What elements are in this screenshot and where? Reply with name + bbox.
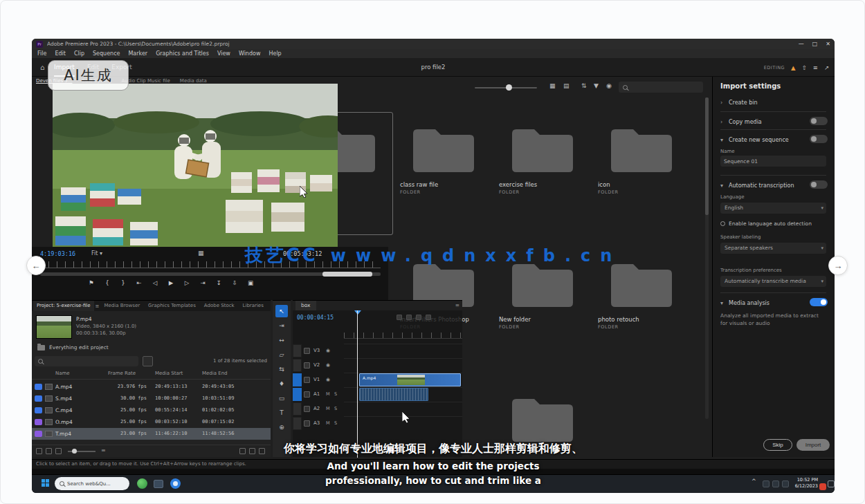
menu-graphics[interactable]: Graphics and Titles bbox=[156, 50, 209, 57]
panel-menu-icon[interactable]: ≡ bbox=[455, 301, 459, 310]
tab-libraries[interactable]: Libraries bbox=[239, 301, 267, 311]
source-monitor-preview[interactable] bbox=[53, 84, 338, 247]
sequence-tab[interactable]: box bbox=[295, 301, 316, 310]
close-button[interactable]: ✕ bbox=[826, 41, 830, 47]
media-analysis-toggle[interactable] bbox=[810, 298, 828, 306]
tab-project[interactable]: Project: 5-exercise-file bbox=[33, 301, 94, 311]
insert-icon[interactable]: ↧ bbox=[215, 279, 223, 286]
track-visibility-icon[interactable]: ◉ bbox=[326, 344, 330, 358]
maximize-button[interactable]: □ bbox=[812, 41, 818, 47]
source-patch-active[interactable] bbox=[293, 373, 302, 386]
minimize-button[interactable]: — bbox=[799, 41, 804, 47]
source-patch[interactable] bbox=[293, 417, 302, 430]
pen-tool[interactable]: ♦ bbox=[275, 377, 288, 390]
mute-button[interactable]: M bbox=[326, 387, 330, 402]
tab-graphics-templates[interactable]: Graphics Templates bbox=[145, 301, 199, 311]
audio-clip[interactable] bbox=[359, 388, 428, 401]
zoom-slider-knob[interactable] bbox=[506, 84, 512, 91]
mark-in-icon[interactable]: { bbox=[103, 279, 111, 286]
type-tool[interactable]: T bbox=[275, 407, 288, 419]
solo-button[interactable]: S bbox=[334, 402, 337, 416]
video-clip[interactable]: A.mp4 bbox=[359, 373, 461, 386]
folder-tile[interactable]: New folder FOLDER bbox=[496, 251, 588, 368]
column-media-end[interactable]: Media End bbox=[202, 371, 228, 376]
panel-menu-icon[interactable]: ≡ bbox=[95, 304, 100, 309]
media-row-selected[interactable]: T.mp4 23.00 fps 11:46:22:10 11:48:52:56 bbox=[32, 428, 271, 440]
razor-tool[interactable]: ▱ bbox=[275, 348, 288, 361]
fullscreen-icon[interactable]: ↗ bbox=[824, 64, 829, 71]
solo-button[interactable]: S bbox=[334, 387, 337, 402]
tab-media-browser[interactable]: Media Browser bbox=[100, 301, 143, 311]
mute-button[interactable]: M bbox=[326, 416, 330, 431]
label-color-chip[interactable] bbox=[35, 407, 42, 413]
next-button[interactable]: → bbox=[828, 256, 848, 275]
sort-icon[interactable]: ⇅ bbox=[581, 82, 587, 89]
menu-edit[interactable]: Edit bbox=[55, 50, 66, 57]
sequence-name-input[interactable] bbox=[720, 156, 826, 167]
list-view-icon[interactable]: ▤ bbox=[563, 82, 570, 89]
workspaces-menu-icon[interactable]: ≡ bbox=[813, 64, 818, 71]
grid-view-icon[interactable]: ▦ bbox=[549, 82, 556, 89]
column-frame-rate[interactable]: Frame Rate bbox=[108, 371, 136, 376]
timeline-ruler[interactable] bbox=[344, 333, 462, 339]
mark-out-icon[interactable]: } bbox=[119, 279, 127, 286]
lock-icon[interactable] bbox=[304, 391, 310, 398]
tab-adobe-stock[interactable]: Adobe Stock bbox=[201, 301, 238, 311]
source-patch-active[interactable] bbox=[293, 388, 302, 401]
bin-row[interactable]: Everything edit project bbox=[37, 344, 109, 351]
quick-export-icon[interactable]: ⇧ bbox=[802, 64, 807, 71]
mute-button[interactable]: M bbox=[326, 402, 330, 416]
menu-window[interactable]: Window bbox=[239, 50, 261, 57]
track-visibility-icon[interactable]: ◉ bbox=[326, 373, 330, 387]
menu-file[interactable]: File bbox=[37, 50, 46, 57]
slip-tool[interactable]: ⇆ bbox=[275, 363, 288, 375]
transcription-toggle[interactable] bbox=[810, 180, 828, 189]
lock-icon[interactable] bbox=[304, 420, 310, 427]
go-to-out-icon[interactable]: ⇥ bbox=[199, 279, 207, 286]
media-row[interactable]: A.mp4 23.976 fps 20:49:13:13 20:49:43:05 bbox=[32, 381, 271, 393]
overwrite-icon[interactable]: ⇩ bbox=[230, 279, 239, 286]
column-name[interactable]: Name bbox=[55, 371, 70, 376]
source-patch[interactable] bbox=[293, 344, 302, 357]
project-search-input[interactable] bbox=[46, 359, 129, 364]
new-search-bin-icon[interactable] bbox=[143, 356, 153, 366]
media-row[interactable]: O.mp4 25.00 fps 00:03:52:10 00:07:15:02 bbox=[32, 416, 271, 428]
hand-tool[interactable]: ⊕ bbox=[275, 421, 288, 433]
timeline-toolbar-icon[interactable] bbox=[397, 315, 402, 320]
ripple-edit-tool[interactable]: ↔ bbox=[275, 334, 288, 346]
column-media-start[interactable]: Media Start bbox=[155, 371, 183, 376]
menu-help[interactable]: Help bbox=[268, 50, 281, 57]
menu-marker[interactable]: Marker bbox=[128, 50, 147, 57]
filter-icon[interactable]: ▼ bbox=[594, 82, 599, 89]
copy-media-toggle[interactable] bbox=[810, 117, 828, 125]
preview-toggle-icon[interactable]: ◉ bbox=[606, 82, 612, 89]
clip-thumbnail[interactable] bbox=[36, 315, 72, 339]
selection-tool[interactable]: ↖ bbox=[275, 305, 288, 317]
create-sequence-toggle[interactable] bbox=[810, 135, 828, 143]
media-row[interactable]: C.mp4 25.00 fps 00:55:24:14 01:02:02:05 bbox=[32, 404, 271, 416]
grid-scrollbar-thumb[interactable] bbox=[705, 97, 709, 215]
play-button[interactable]: ▶ bbox=[167, 279, 175, 286]
folder-tile[interactable]: photo retouch FOLDER bbox=[595, 251, 687, 368]
add-marker-icon[interactable]: ⚑ bbox=[87, 279, 95, 286]
auto-detect-option[interactable]: Enable language auto detection bbox=[720, 221, 812, 227]
create-bin-section[interactable]: › Create bin bbox=[720, 97, 826, 107]
lock-icon[interactable] bbox=[304, 406, 310, 412]
media-search-input[interactable] bbox=[630, 84, 693, 90]
menu-clip[interactable]: Clip bbox=[74, 50, 84, 57]
source-patch[interactable] bbox=[293, 402, 302, 416]
linked-selection-icon[interactable] bbox=[416, 315, 421, 320]
source-patch[interactable] bbox=[293, 359, 302, 372]
language-select[interactable]: English ▾ bbox=[720, 203, 826, 214]
track-select-tool[interactable]: ⇥ bbox=[275, 319, 288, 332]
monitor-zoom-handle[interactable] bbox=[322, 272, 372, 277]
track-visibility-icon[interactable]: ◉ bbox=[326, 358, 330, 373]
prev-button[interactable]: ← bbox=[26, 256, 46, 275]
solo-button[interactable]: S bbox=[334, 416, 337, 431]
location-item[interactable]: Audio Clip Music file bbox=[121, 78, 170, 84]
alert-icon[interactable]: ▲ bbox=[791, 64, 796, 71]
menu-view[interactable]: View bbox=[217, 50, 230, 57]
lock-icon[interactable] bbox=[304, 362, 310, 368]
label-color-chip[interactable] bbox=[35, 384, 42, 390]
video-frame[interactable]: Pr Adobe Premiere Pro 2023 - C:\Users\Do… bbox=[32, 39, 835, 493]
